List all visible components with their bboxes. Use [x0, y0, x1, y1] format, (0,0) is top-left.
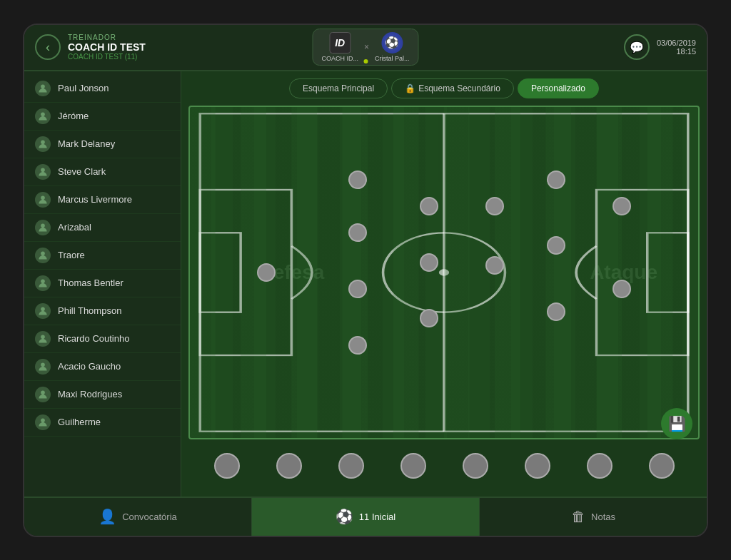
svg-point-11 — [41, 390, 45, 394]
tab-main-scheme[interactable]: Esquema Principal — [289, 78, 388, 98]
tab-custom[interactable]: Personalizado — [518, 78, 599, 98]
team1-icon: ID — [329, 32, 351, 54]
notes-label: Notas — [591, 511, 615, 522]
player-item-3[interactable]: Steve Clark — [24, 158, 181, 186]
player-sidebar: Paul Jonson Jéróme Mark Delaney Steve Cl… — [24, 71, 181, 497]
eleven-label: 11 Inicial — [359, 511, 395, 522]
field-player-14[interactable] — [612, 197, 631, 215]
player-item-1[interactable]: Jéróme — [24, 103, 181, 131]
convocatoria-label: Convocatória — [122, 511, 177, 522]
field-container: Defesa Ataque — [188, 106, 700, 489]
message-button[interactable]: 💬 — [624, 34, 650, 60]
field-player-4[interactable] — [348, 280, 367, 298]
player-item-4[interactable]: Marcus Livermore — [24, 186, 181, 214]
time: 18:15 — [657, 47, 696, 56]
field-player-3[interactable] — [348, 223, 367, 242]
player-avatar-0 — [35, 81, 51, 96]
tab-secondary-scheme[interactable]: 🔒 Esquema Secundário — [391, 78, 514, 98]
bottom-convocatoria[interactable]: 👤 Convocatória — [24, 498, 252, 536]
bench-row — [188, 443, 700, 489]
coach-label: TREINADOR — [68, 34, 146, 41]
player-item-2[interactable]: Mark Delaney — [24, 131, 181, 158]
bottom-notes[interactable]: 🗑 Notas — [480, 498, 707, 536]
soccer-field: Defesa Ataque — [188, 106, 700, 439]
field-player-2[interactable] — [348, 170, 367, 189]
bench-player-6[interactable] — [525, 453, 550, 479]
player-name-0: Paul Jonson — [58, 83, 109, 93]
player-item-8[interactable]: Phill Thompson — [24, 297, 181, 325]
player-item-11[interactable]: Maxi Rodrigues — [24, 381, 181, 409]
team2-icon: ⚽ — [381, 32, 403, 54]
player-name-4: Marcus Livermore — [58, 194, 132, 205]
lock-icon: 🔒 — [405, 83, 415, 93]
player-item-10[interactable]: Acacio Gaucho — [24, 353, 181, 381]
field-player-1[interactable] — [257, 263, 276, 282]
date: 03/06/2019 — [657, 39, 696, 47]
coach-info: TREINADOR COACH ID TEST COACH ID TEST (1… — [68, 34, 146, 61]
player-name-6: Traore — [58, 250, 85, 260]
player-item-5[interactable]: Arizabal — [24, 214, 181, 242]
header-right: 💬 03/06/2019 18:15 — [624, 34, 696, 60]
player-item-7[interactable]: Thomas Bentler — [24, 270, 181, 297]
player-item-12[interactable]: Guilherme — [24, 409, 181, 437]
player-name-7: Thomas Bentler — [58, 278, 123, 288]
player-name-10: Acacio Gaucho — [58, 361, 121, 372]
svg-point-1 — [41, 112, 45, 116]
field-player-10[interactable] — [485, 256, 504, 275]
bench-player-7[interactable] — [587, 453, 612, 479]
svg-point-5 — [41, 223, 45, 228]
team1-name: COACH ID... — [321, 55, 358, 62]
player-avatar-10 — [35, 359, 51, 375]
bottom-bar: 👤 Convocatória ⚽ 11 Inicial 🗑 Notas — [24, 497, 707, 536]
match-badge[interactable]: ID COACH ID... × ⚽ Cristal Pal... — [312, 29, 418, 66]
bench-player-2[interactable] — [276, 453, 302, 479]
field-player-8[interactable] — [420, 309, 438, 327]
player-name-2: Mark Delaney — [58, 138, 115, 149]
bench-player-3[interactable] — [338, 453, 364, 479]
bench-player-1[interactable] — [214, 453, 240, 479]
field-player-9[interactable] — [485, 197, 504, 215]
player-item-0[interactable]: Paul Jonson — [24, 75, 181, 103]
field-player-13[interactable] — [547, 302, 565, 321]
bottom-eleven[interactable]: ⚽ 11 Inicial — [252, 498, 480, 536]
coach-subtitle: COACH ID TEST (11) — [68, 53, 146, 61]
match-status-dot — [363, 59, 368, 63]
player-name-9: Ricardo Coutinho — [58, 333, 129, 344]
bench-player-8[interactable] — [649, 453, 675, 479]
match-separator: × — [364, 42, 369, 52]
player-name-12: Guilherme — [58, 417, 101, 427]
field-player-11[interactable] — [547, 170, 565, 189]
team1-badge: ID COACH ID... — [321, 32, 358, 62]
player-avatar-11 — [35, 387, 51, 402]
svg-point-6 — [41, 251, 45, 255]
tab-secondary-label: Esquema Secundário — [418, 83, 500, 93]
bench-player-5[interactable] — [463, 453, 488, 479]
player-item-6[interactable]: Traore — [24, 242, 181, 270]
field-player-6[interactable] — [420, 197, 438, 215]
notes-icon: 🗑 — [571, 509, 585, 525]
player-name-8: Phill Thompson — [58, 305, 121, 316]
team2-name: Cristal Pal... — [375, 55, 410, 62]
bench-player-4[interactable] — [400, 453, 426, 479]
player-avatar-4 — [35, 192, 51, 208]
player-avatar-9 — [35, 331, 51, 347]
svg-point-3 — [41, 168, 45, 172]
field-player-7[interactable] — [420, 253, 438, 272]
player-avatar-5 — [35, 220, 51, 235]
svg-point-12 — [41, 418, 45, 422]
field-player-15[interactable] — [612, 280, 631, 298]
field-player-5[interactable] — [348, 336, 367, 355]
player-avatar-12 — [35, 414, 51, 430]
field-player-12[interactable] — [547, 236, 565, 255]
datetime: 03/06/2019 18:15 — [657, 39, 696, 56]
player-avatar-7 — [35, 275, 51, 291]
player-avatar-1 — [35, 108, 51, 124]
player-item-9[interactable]: Ricardo Coutinho — [24, 325, 181, 353]
player-avatar-2 — [35, 136, 51, 152]
back-button[interactable]: ‹ — [35, 34, 61, 60]
save-button[interactable]: 💾 — [661, 408, 692, 439]
svg-point-0 — [41, 84, 45, 88]
player-avatar-3 — [35, 164, 51, 180]
svg-point-8 — [41, 307, 45, 311]
eleven-icon: ⚽ — [336, 508, 353, 525]
